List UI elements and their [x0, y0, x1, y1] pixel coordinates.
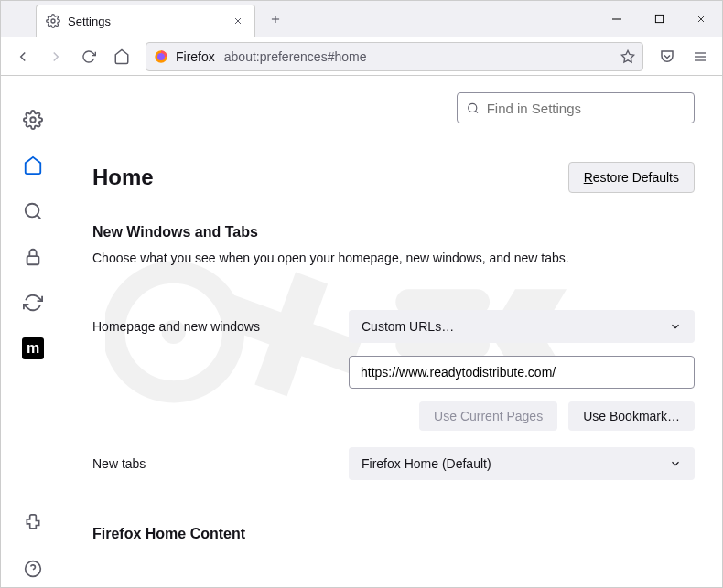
- settings-sidebar: m: [1, 76, 65, 587]
- browser-tab[interactable]: Settings: [36, 5, 255, 37]
- pocket-button[interactable]: [653, 42, 682, 71]
- browser-toolbar: Firefox about:preferences#home: [1, 37, 722, 76]
- url-identity-label: Firefox: [176, 49, 215, 64]
- sidebar-item-extensions[interactable]: [15, 505, 51, 541]
- chevron-down-icon: [669, 320, 682, 333]
- sidebar-item-search[interactable]: [15, 193, 51, 230]
- homepage-mode-select[interactable]: Custom URLs…: [349, 310, 695, 343]
- svg-rect-6: [655, 15, 663, 22]
- menu-button[interactable]: [685, 42, 715, 71]
- settings-main: Home Restore Defaults New Windows and Ta…: [65, 76, 722, 587]
- svg-line-26: [475, 111, 477, 112]
- url-text: about:preferences#home: [224, 49, 620, 64]
- sidebar-item-general[interactable]: [15, 102, 51, 138]
- bookmark-star-icon[interactable]: [620, 49, 635, 64]
- tab-title: Settings: [68, 15, 231, 28]
- svg-point-0: [51, 19, 55, 23]
- select-value: Firefox Home (Default): [362, 456, 491, 471]
- select-value: Custom URLs…: [362, 319, 454, 334]
- maximize-button[interactable]: [638, 1, 680, 37]
- sidebar-item-sync[interactable]: [15, 284, 51, 321]
- restore-defaults-button[interactable]: Restore Defaults: [568, 162, 695, 193]
- section-title-firefox-home: Firefox Home Content: [92, 526, 695, 542]
- find-settings-input[interactable]: [487, 101, 685, 116]
- use-bookmark-button[interactable]: Use Bookmark…: [568, 401, 695, 431]
- reload-button[interactable]: [74, 42, 103, 71]
- window-controls: [596, 1, 722, 37]
- new-tab-button[interactable]: [263, 6, 288, 32]
- minimize-button[interactable]: [596, 1, 638, 37]
- window-titlebar: Settings: [1, 1, 722, 37]
- home-button[interactable]: [107, 42, 136, 71]
- sidebar-item-home[interactable]: [15, 147, 51, 184]
- section-title-windows-tabs: New Windows and Tabs: [92, 224, 695, 241]
- newtabs-select[interactable]: Firefox Home (Default): [349, 447, 695, 480]
- homepage-label: Homepage and new windows: [92, 319, 349, 334]
- sidebar-item-help[interactable]: [15, 551, 51, 587]
- svg-marker-11: [621, 50, 633, 62]
- forward-button[interactable]: [41, 42, 70, 71]
- close-button[interactable]: [680, 1, 722, 37]
- use-current-pages-button[interactable]: Use Current Pages: [419, 401, 557, 431]
- sidebar-item-more[interactable]: m: [15, 330, 51, 367]
- svg-point-19: [30, 117, 36, 123]
- section-description: Choose what you see when you open your h…: [92, 250, 695, 268]
- find-settings-search[interactable]: [457, 92, 695, 123]
- search-icon: [467, 102, 480, 115]
- page-title: Home: [92, 165, 154, 190]
- gear-icon: [46, 14, 60, 28]
- svg-line-21: [37, 215, 40, 219]
- back-button[interactable]: [8, 42, 38, 71]
- close-icon[interactable]: [231, 14, 245, 28]
- svg-point-20: [26, 204, 39, 218]
- firefox-icon: [154, 49, 168, 64]
- mozilla-icon: m: [22, 337, 44, 359]
- svg-point-10: [157, 53, 165, 60]
- newtabs-label: New tabs: [92, 456, 349, 471]
- svg-point-25: [469, 103, 477, 112]
- homepage-url-input[interactable]: [349, 356, 695, 389]
- svg-rect-22: [27, 256, 39, 264]
- sidebar-item-privacy[interactable]: [15, 239, 51, 275]
- chevron-down-icon: [669, 457, 682, 470]
- url-bar[interactable]: Firefox about:preferences#home: [146, 42, 643, 71]
